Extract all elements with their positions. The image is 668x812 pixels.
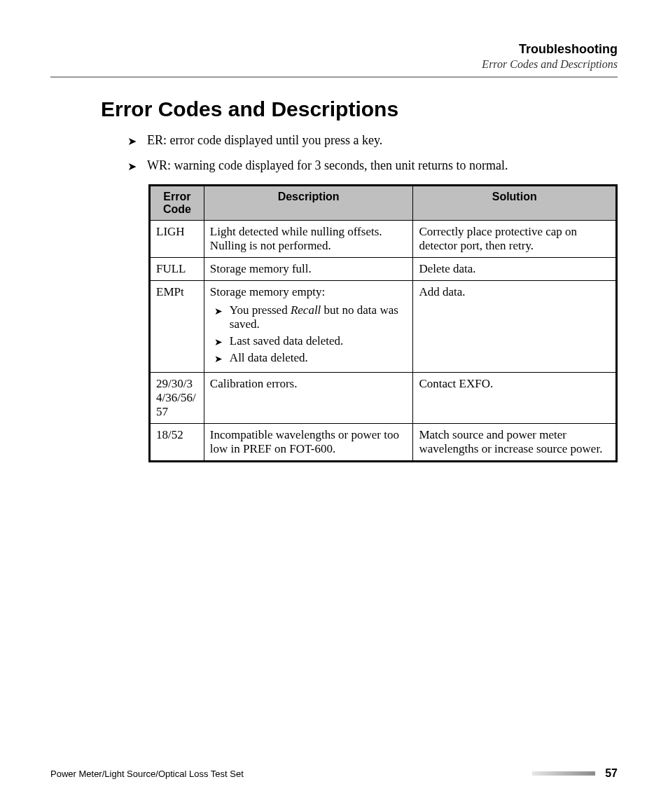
header-chapter-title: Troubleshooting xyxy=(50,42,618,57)
table-header-row: Error Code Description Solution xyxy=(150,186,617,221)
page-footer: Power Meter/Light Source/Optical Loss Te… xyxy=(50,767,618,780)
header-section-subtitle: Error Codes and Descriptions xyxy=(50,58,618,71)
bullet-arrow-icon: ➤ xyxy=(214,353,230,365)
bullet-arrow-icon: ➤ xyxy=(127,158,147,174)
text-pre: All data deleted. xyxy=(230,351,308,364)
cell-description: Light detected while nulling offsets. Nu… xyxy=(204,221,413,258)
intro-text: WR: warning code displayed for 3 seconds… xyxy=(147,156,611,174)
cell-code: 29/30/34/36/56/57 xyxy=(150,373,204,424)
text-pre: Last saved data deleted. xyxy=(230,334,343,347)
intro-bullet-list: ➤ ER: error code displayed until you pre… xyxy=(127,131,611,174)
bullet-arrow-icon: ➤ xyxy=(214,336,230,348)
cell-description: Storage memory full. xyxy=(204,258,413,281)
table-row: EMPt Storage memory empty: ➤ You pressed… xyxy=(150,281,617,373)
cell-code: LIGH xyxy=(150,221,204,258)
section-heading: Error Codes and Descriptions xyxy=(101,97,618,121)
table-row: FULL Storage memory full. Delete data. xyxy=(150,258,617,281)
bullet-arrow-icon: ➤ xyxy=(214,305,230,317)
cell-description: Calibration errors. xyxy=(204,373,413,424)
bullet-arrow-icon: ➤ xyxy=(127,133,147,149)
text-em: Recall xyxy=(291,303,321,317)
cell-list-item: ➤ You pressed Recall but no data was sav… xyxy=(214,303,408,331)
page-header: Troubleshooting Error Codes and Descript… xyxy=(50,42,618,71)
table-row: LIGH Light detected while nulling offset… xyxy=(150,221,617,258)
error-codes-table: Error Code Description Solution LIGH Lig… xyxy=(148,184,618,462)
footer-doc-title: Power Meter/Light Source/Optical Loss Te… xyxy=(50,769,244,779)
intro-item: ➤ WR: warning code displayed for 3 secon… xyxy=(127,156,611,174)
cell-list-text: Last saved data deleted. xyxy=(230,334,408,348)
cell-solution: Delete data. xyxy=(413,258,617,281)
th-error-code: Error Code xyxy=(150,186,204,221)
cell-code: EMPt xyxy=(150,281,204,373)
cell-description-list: ➤ You pressed Recall but no data was sav… xyxy=(210,303,408,365)
cell-code: 18/52 xyxy=(150,424,204,462)
cell-solution: Contact EXFO. xyxy=(413,373,617,424)
cell-list-item: ➤ All data deleted. xyxy=(214,351,408,365)
header-divider xyxy=(50,76,618,78)
th-description: Description xyxy=(204,186,413,221)
text-pre: You pressed xyxy=(230,303,291,317)
cell-solution: Add data. xyxy=(413,281,617,373)
cell-solution: Match source and power meter wavelengths… xyxy=(413,424,617,462)
cell-description: Incompatible wavelengths or power too lo… xyxy=(204,424,413,462)
footer-gradient-bar xyxy=(532,771,595,776)
table-row: 18/52 Incompatible wavelengths or power … xyxy=(150,424,617,462)
cell-list-text: You pressed Recall but no data was saved… xyxy=(230,303,408,331)
cell-description: Storage memory empty: ➤ You pressed Reca… xyxy=(204,281,413,373)
intro-item: ➤ ER: error code displayed until you pre… xyxy=(127,131,611,149)
intro-text: ER: error code displayed until you press… xyxy=(147,131,611,149)
cell-solution: Correctly place protective cap on detect… xyxy=(413,221,617,258)
cell-code: FULL xyxy=(150,258,204,281)
cell-list-item: ➤ Last saved data deleted. xyxy=(214,334,408,348)
footer-page-number: 57 xyxy=(605,767,618,780)
cell-description-lead: Storage memory empty: xyxy=(210,285,408,299)
th-solution: Solution xyxy=(413,186,617,221)
table-row: 29/30/34/36/56/57 Calibration errors. Co… xyxy=(150,373,617,424)
document-page: Troubleshooting Error Codes and Descript… xyxy=(0,0,668,812)
cell-list-text: All data deleted. xyxy=(230,351,408,365)
